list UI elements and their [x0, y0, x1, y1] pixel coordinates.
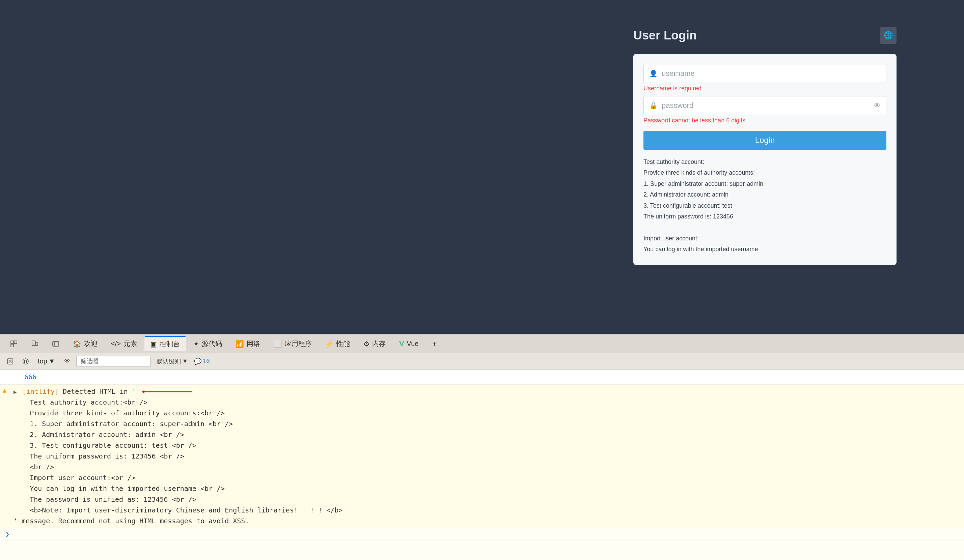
tab-network-label: 网络	[247, 339, 260, 348]
account-info-line-2: 1. Super administrator account: super-ad…	[643, 179, 886, 189]
login-button[interactable]: Login	[643, 131, 886, 150]
svg-marker-14	[142, 390, 145, 393]
account-info-line-8: You can log in with the imported usernam…	[643, 244, 886, 255]
console-detail-line-4: 2. Administrator account: admin <br />	[13, 429, 964, 440]
console-detail-line-8: Import user account:<br />	[13, 472, 964, 483]
console-detail-line-7: <br />	[13, 461, 964, 472]
login-title: User Login	[633, 28, 697, 42]
password-toggle-icon[interactable]: 👁	[874, 102, 881, 110]
account-info-line-4: 3. Test configurable account: test	[643, 200, 886, 211]
performance-icon: ⚡	[325, 340, 334, 348]
password-input-wrapper: 🔒 👁	[643, 96, 886, 115]
devtools-console[interactable]: 666 ▲ ▶ [intlify] Detected HTML in ' Tes…	[0, 370, 964, 560]
console-detail-line-1: Test authority account:<br />	[13, 397, 964, 407]
account-info-line-1: Provide three kinds of authority account…	[643, 167, 886, 178]
svg-rect-5	[53, 341, 59, 346]
svg-rect-0	[11, 341, 13, 344]
warning-first-line: ▶ [intlify] Detected HTML in '	[13, 386, 964, 397]
login-panel: User Login 🌐 👤 Username is required 🔒 👁	[633, 20, 897, 272]
warning-text: [intlify] Detected HTML in '	[22, 387, 136, 396]
username-error: Username is required	[643, 85, 886, 92]
tab-application[interactable]: ⬜ 应用程序	[267, 336, 318, 351]
password-group: 🔒 👁 Password cannot be less than 6 digit…	[643, 96, 886, 124]
console-detail-line-10: The password is unified as: 123456 <br /…	[13, 494, 964, 505]
sources-icon: ✦	[193, 340, 199, 348]
application-icon: ⬜	[274, 340, 282, 348]
account-info: Test authority account: Provide three ki…	[643, 156, 886, 255]
tab-home-label: 欢迎	[84, 339, 98, 348]
console-chevron-row: ❯	[0, 528, 964, 541]
username-input[interactable]	[662, 69, 881, 78]
password-input[interactable]	[662, 101, 874, 110]
svg-point-10	[23, 359, 28, 364]
svg-rect-1	[14, 341, 17, 344]
console-chevron-icon[interactable]: ❯	[3, 530, 10, 538]
context-selector[interactable]: top ▼	[35, 356, 58, 367]
filter-input[interactable]	[76, 356, 150, 367]
user-icon: 👤	[649, 70, 658, 78]
svg-rect-2	[11, 344, 13, 347]
password-error: Password cannot be less than 6 digits	[643, 117, 886, 124]
console-detail-line-6: The uniform password is: 123456 <br />	[13, 451, 964, 461]
tab-more[interactable]: +	[426, 336, 443, 351]
tab-sources[interactable]: ✦ 源代码	[187, 336, 228, 351]
account-info-line-3: 2. Administrator account: admin	[643, 189, 886, 200]
warning-triangle-icon: ▲	[3, 387, 7, 394]
console-detail-line-9: You can log in with the imported usernam…	[13, 483, 964, 494]
tab-sources-label: 源代码	[202, 339, 222, 348]
tab-home[interactable]: 🏠 欢迎	[67, 336, 104, 351]
message-count-value: 16	[203, 358, 210, 365]
level-label: 默认级别	[156, 357, 181, 365]
red-arrow-annotation	[142, 387, 209, 397]
console-icon: ▣	[150, 340, 157, 348]
eye-button[interactable]: 👁	[62, 356, 73, 366]
tab-performance[interactable]: ⚡ 性能	[319, 336, 356, 351]
console-number: 666	[0, 373, 36, 381]
console-detail-line-12: ' message. Recommend not using HTML mess…	[13, 516, 964, 526]
login-title-row: User Login 🌐	[633, 27, 897, 44]
browser-content: User Login 🌐 👤 Username is required 🔒 👁	[0, 0, 964, 334]
tab-performance-label: 性能	[336, 339, 350, 348]
tab-device[interactable]	[25, 338, 44, 350]
message-count-badge[interactable]: 💬 16	[194, 358, 210, 365]
tab-network[interactable]: 📶 网络	[230, 336, 266, 351]
svg-rect-3	[32, 341, 36, 346]
tab-inspect[interactable]	[4, 338, 24, 350]
console-detail-line-2: Provide three kinds of authority account…	[13, 407, 964, 419]
console-detail-line-3: 1. Super administrator account: super-ad…	[13, 419, 964, 429]
console-number-row: 666	[0, 370, 964, 385]
username-input-wrapper: 👤	[643, 64, 886, 83]
devtools-tabbar: 🏠 欢迎 </> 元素 ▣ 控制台 ✦ 源代码 📶 网络 ⬜ 应用程序 ⚡ 性能…	[0, 334, 964, 353]
tab-vue[interactable]: V Vue	[393, 337, 425, 351]
svg-rect-4	[36, 342, 38, 346]
vue-icon: V	[399, 339, 404, 348]
message-bubble-icon: 💬	[194, 358, 202, 365]
console-warning-row: ▲ ▶ [intlify] Detected HTML in ' Test au…	[0, 385, 964, 528]
tab-memory-label: 内存	[372, 339, 386, 348]
tab-application-label: 应用程序	[285, 339, 312, 348]
elements-icon: </>	[111, 340, 121, 347]
devtools-secondary-bar: top ▼ 👁 默认级别 ▼ 💬 16	[0, 353, 964, 370]
account-info-line-0: Test authority account:	[643, 156, 886, 167]
tab-elements-label: 元素	[124, 339, 137, 348]
devtools-panel: 🏠 欢迎 </> 元素 ▣ 控制台 ✦ 源代码 📶 网络 ⬜ 应用程序 ⚡ 性能…	[0, 334, 964, 560]
tab-sidebar[interactable]	[46, 338, 65, 350]
tab-console[interactable]: ▣ 控制台	[145, 336, 186, 351]
language-icon[interactable]: 🌐	[879, 27, 897, 44]
console-detail-line-11: <b>Note: Import user-discriminatory Chin…	[13, 505, 964, 516]
clear-console-button[interactable]	[4, 357, 16, 366]
account-info-line-5: The uniform password is: 123456	[643, 211, 886, 222]
tab-console-label: 控制台	[160, 339, 180, 349]
tab-elements[interactable]: </> 元素	[105, 336, 143, 351]
console-detail-line-5: 3. Test configurable account: test <br /…	[13, 440, 964, 451]
tab-memory[interactable]: ⚙ 内存	[357, 336, 392, 351]
network-icon: 📶	[236, 340, 244, 348]
lock-icon: 🔒	[649, 101, 658, 110]
eye-toggle-icon: 👁	[64, 358, 70, 365]
context-dropdown-arrow: ▼	[49, 357, 55, 365]
pause-button[interactable]	[20, 357, 32, 366]
log-level-dropdown[interactable]: 默认级别 ▼	[154, 356, 191, 367]
expand-arrow-icon[interactable]: ▶	[13, 389, 17, 395]
tab-vue-label: Vue	[407, 340, 419, 347]
home-icon: 🏠	[73, 340, 81, 348]
